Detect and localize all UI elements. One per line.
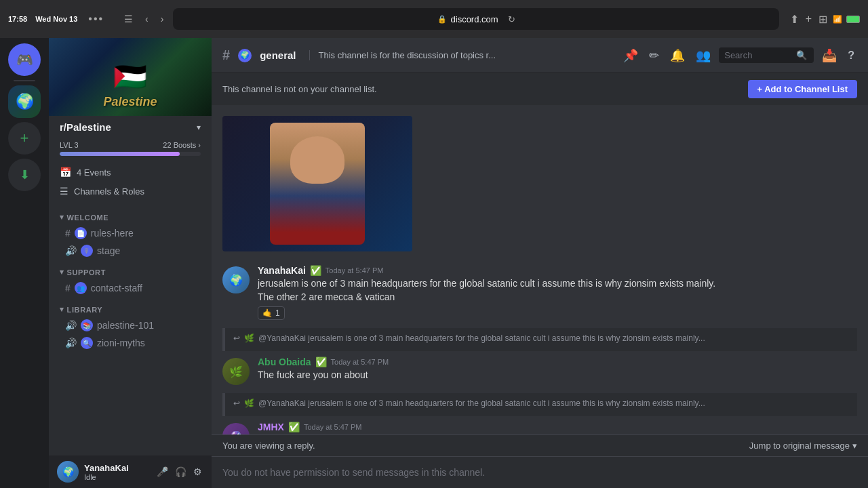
- url-text: discord.com: [451, 14, 498, 24]
- reply-context-3: ↩ 🌿 @YanahaKai jerusalem is one of 3 mai…: [222, 393, 857, 416]
- video-preview: [222, 116, 412, 251]
- boost-bar-section: LVL 3 22 Boosts ›: [49, 138, 212, 161]
- address-bar[interactable]: 🔒 discord.com ↻: [173, 8, 778, 30]
- server-actions: 📅 4 Events ☰ Channels & Roles: [49, 161, 212, 205]
- download-button[interactable]: ⬇: [8, 159, 41, 191]
- section-label-support: SUPPORT: [67, 268, 106, 277]
- channel-item-contact-staff[interactable]: # 👥 contact-staff: [54, 279, 206, 297]
- message-username-2[interactable]: Abu Obaida: [258, 357, 311, 367]
- messages-area[interactable]: 🌍 YanahaKai ✅ Today at 5:47 PM jerusalem…: [212, 105, 868, 434]
- search-box[interactable]: 🔍: [719, 47, 814, 63]
- new-tab-button[interactable]: +: [806, 13, 812, 26]
- search-icon: 🔍: [796, 50, 807, 60]
- add-to-channel-button[interactable]: + Add to Channel List: [748, 80, 858, 98]
- events-button[interactable]: 📅 4 Events: [60, 164, 201, 180]
- user-area: 🌍 YanahaKai Idle 🎤 🎧 ⚙: [49, 455, 212, 488]
- channels-roles-button[interactable]: ☰ Channels & Roles: [60, 183, 201, 199]
- browser-dots: •••: [88, 13, 104, 25]
- channel-item-palestine-101[interactable]: 🔊 📚 palestine-101: [54, 317, 206, 334]
- sidebar-toggle-button[interactable]: ☰: [120, 11, 137, 27]
- header-actions: 📌 ✏ 🔔 👥 🔍 📥 ?: [620, 45, 857, 66]
- boost-level: LVL 3: [60, 141, 79, 149]
- channels-label: Channels & Roles: [74, 186, 144, 197]
- channel-emoji-pal101: 📚: [81, 319, 93, 331]
- viewing-reply-text: You are viewing a reply.: [222, 441, 315, 451]
- server-banner: 🇵🇸: [49, 38, 212, 116]
- message-content-3: JMHX ✅ Today at 5:47 PM GIF: [258, 422, 857, 434]
- add-server-icon: +: [20, 129, 29, 147]
- channel-emoji-rules: 📄: [75, 227, 87, 239]
- add-server-button[interactable]: +: [8, 122, 41, 155]
- help-button[interactable]: ?: [845, 47, 857, 64]
- message-3: 🔮 JMHX ✅ Today at 5:47 PM GIF: [212, 419, 868, 434]
- channel-name-zioni-myths: zioni-myths: [97, 338, 145, 348]
- section-label-library: LIBRARY: [67, 306, 103, 314]
- members-button[interactable]: 👥: [693, 45, 713, 66]
- share-button[interactable]: ⬆: [790, 13, 799, 26]
- banner-flag-icon: 🇵🇸: [113, 61, 147, 93]
- section-header-support[interactable]: ▾ SUPPORT: [49, 265, 212, 279]
- hash-icon-contact: #: [65, 283, 71, 293]
- reaction-emoji-1: 🤙: [262, 308, 273, 318]
- channel-notice-text: This channel is not on your channel list…: [222, 84, 377, 94]
- message-header-2: Abu Obaida ✅ Today at 5:47 PM: [258, 357, 857, 367]
- channel-name-stage: stage: [97, 245, 120, 256]
- server-divider: [14, 80, 35, 81]
- discord-home-button[interactable]: 🎮: [8, 43, 41, 76]
- back-button[interactable]: ‹: [141, 11, 153, 27]
- search-input[interactable]: [724, 50, 792, 60]
- channel-hash-icon: #: [222, 47, 230, 63]
- message-username-1[interactable]: YanahaKai: [258, 265, 306, 276]
- discord-app: 🎮 🌍 + ⬇ 🇵🇸 r/Palestine ▾ LVL 3: [0, 38, 868, 488]
- lock-icon: 🔒: [437, 15, 447, 24]
- status-bar: 📶: [833, 15, 860, 24]
- verified-badge-2: ✅: [315, 357, 327, 367]
- channel-server-icon: 🌍: [238, 49, 252, 62]
- palestine-server-icon[interactable]: 🌍: [8, 85, 41, 118]
- message-text-1: jerusalem is one of 3 main headquarters …: [258, 277, 857, 304]
- events-label: 4 Events: [77, 167, 111, 178]
- channel-item-zioni-myths[interactable]: 🔊 🔍 zioni-myths: [54, 334, 206, 352]
- channel-list: 🇵🇸 r/Palestine ▾ LVL 3 22 Boosts › 📅 4 E…: [49, 38, 212, 488]
- section-header-library[interactable]: ▾ LIBRARY: [49, 302, 212, 317]
- jump-to-original-button[interactable]: Jump to original message ▾: [749, 441, 857, 451]
- reaction-1[interactable]: 🤙 1: [258, 306, 285, 320]
- battery-icon: [846, 16, 860, 23]
- collapse-icon-support: ▾: [60, 268, 64, 277]
- channel-section-library: ▾ LIBRARY 🔊 📚 palestine-101 🔊 🔍 zioni-my…: [49, 302, 212, 352]
- current-user-status: Idle: [84, 473, 150, 481]
- channel-name-header: general: [260, 49, 296, 61]
- edit-button[interactable]: ✏: [646, 45, 662, 66]
- message-username-3[interactable]: JMHX: [258, 422, 284, 432]
- boost-label: LVL 3 22 Boosts ›: [60, 141, 201, 149]
- main-content: # 🌍 general This channel is for the disc…: [212, 38, 868, 488]
- channel-item-rules-here[interactable]: # 📄 rules-here: [54, 224, 206, 242]
- forward-button[interactable]: ›: [157, 11, 168, 27]
- message-1: 🌍 YanahaKai ✅ Today at 5:47 PM jerusalem…: [212, 262, 868, 323]
- message-timestamp-1: Today at 5:47 PM: [326, 266, 384, 274]
- collapse-icon: ▾: [60, 213, 64, 222]
- channel-description: This channel is for the discussion of to…: [309, 50, 612, 60]
- section-header-welcome[interactable]: ▾ WELCOME: [49, 210, 212, 224]
- boost-count: 22 Boosts ›: [163, 141, 201, 149]
- server-dropdown-button[interactable]: ▾: [197, 123, 201, 132]
- reaction-count-1: 1: [275, 308, 280, 318]
- reply-ref-3: ↩ 🌿 @YanahaKai jerusalem is one of 3 mai…: [233, 399, 849, 408]
- mute-button[interactable]: 🎤: [155, 465, 170, 479]
- message-header-3: JMHX ✅ Today at 5:47 PM: [258, 422, 857, 432]
- pin-button[interactable]: 📌: [620, 45, 641, 66]
- section-label-welcome: WELCOME: [67, 214, 109, 222]
- tab-switcher-button[interactable]: ⊞: [818, 13, 827, 26]
- deafen-button[interactable]: 🎧: [174, 465, 188, 479]
- channel-section-support: ▾ SUPPORT # 👥 contact-staff: [49, 265, 212, 297]
- channel-item-stage[interactable]: 🔊 🎙 stage: [54, 242, 206, 260]
- status-time: 17:58: [8, 15, 27, 23]
- no-permission-text: You do not have permission to send messa…: [222, 467, 485, 478]
- reload-button[interactable]: ↻: [508, 14, 515, 24]
- video-person-figure: [270, 123, 365, 245]
- inbox-button[interactable]: 📥: [819, 45, 840, 66]
- user-settings-button[interactable]: ⚙: [192, 465, 203, 479]
- events-icon: 📅: [60, 167, 71, 178]
- verified-badge-3: ✅: [288, 422, 300, 432]
- notifications-button[interactable]: 🔔: [667, 45, 688, 66]
